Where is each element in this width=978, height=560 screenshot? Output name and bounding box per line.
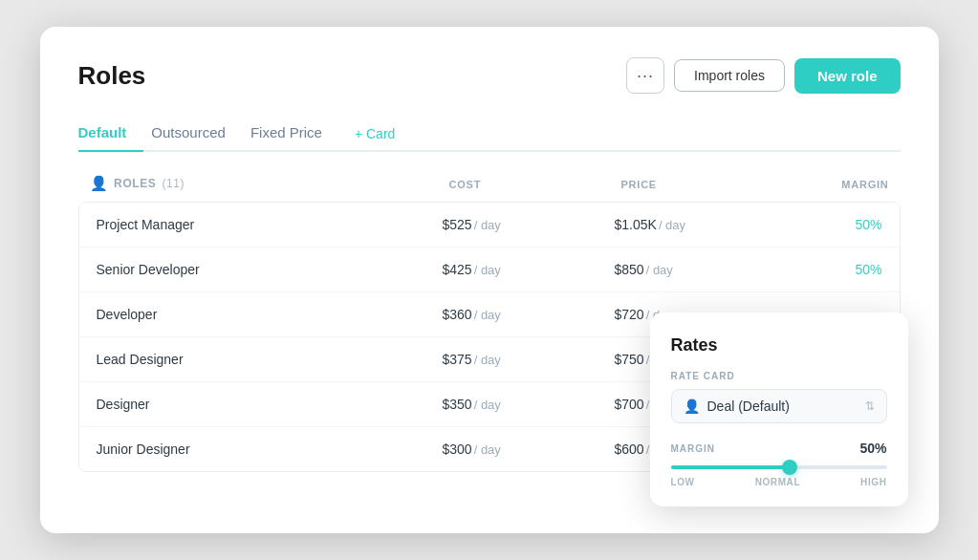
person-icon: 👤 [684,398,700,414]
page-title: Roles [78,61,146,91]
margin-percentage: 50% [859,441,886,456]
slider-label-high: HIGH [860,477,886,487]
table-header-row: 👤 ROLES (11) COST PRICE MARGIN [78,175,901,202]
rates-popup: Rates RATE CARD 👤 Deal (Default) ⇅ MARGI… [650,312,908,506]
tab-fixed-price[interactable]: Fixed Price [250,117,339,152]
margin-label: MARGIN [671,443,716,454]
table-row[interactable]: Project Manager $525/ day $1.05K/ day 50… [79,203,900,248]
new-role-button[interactable]: New role [794,58,901,94]
price-column-header: PRICE [621,179,657,190]
cost-column-header: COST [449,179,482,190]
margin-slider[interactable] [671,465,887,469]
table-row[interactable]: Senior Developer $425/ day $850/ day 50% [79,248,900,292]
tab-outsourced[interactable]: Outsourced [151,117,243,152]
more-options-button[interactable]: ··· [626,57,664,94]
roles-section-label: 👤 ROLES (11) [90,175,449,192]
margin-row: MARGIN 50% [671,441,887,456]
slider-label-normal: NORMAL [755,477,800,487]
import-roles-button[interactable]: Import roles [674,59,785,92]
slider-label-low: LOW [671,477,695,487]
tab-add-card[interactable]: + Card [347,118,395,151]
rate-card-select[interactable]: 👤 Deal (Default) ⇅ [671,389,887,423]
chevron-icon: ⇅ [865,399,875,413]
slider-thumb [782,460,797,475]
tab-default[interactable]: Default [78,117,144,152]
margin-column-header: MARGIN [841,179,888,190]
tabs-bar: Default Outsourced Fixed Price + Card [78,117,901,152]
header-actions: ··· Import roles New role [626,57,900,94]
person-icon: 👤 [90,175,109,192]
slider-labels: LOW NORMAL HIGH [671,477,887,487]
rate-card-label: RATE CARD [671,371,887,381]
rate-card-value: Deal (Default) [707,398,790,414]
rates-popup-title: Rates [671,335,887,355]
main-window: Roles ··· Import roles New role Default … [40,27,939,533]
page-header: Roles ··· Import roles New role [78,57,901,94]
slider-fill [671,465,790,469]
